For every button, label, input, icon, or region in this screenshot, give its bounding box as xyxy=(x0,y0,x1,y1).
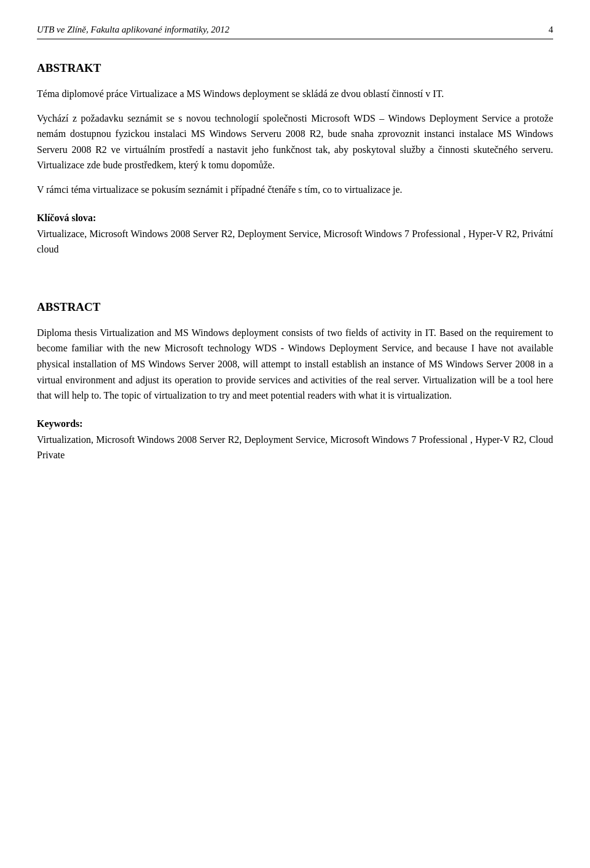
abstract-heading: ABSTRACT xyxy=(37,300,553,314)
header-title: UTB ve Zlíně, Fakulta aplikované informa… xyxy=(37,25,229,35)
abstrakt-paragraph-2: Vychází z požadavku seznámit se s novou … xyxy=(37,111,553,173)
page: UTB ve Zlíně, Fakulta aplikované informa… xyxy=(0,0,590,868)
abstract-section: ABSTRACT Diploma thesis Virtualization a… xyxy=(37,300,553,463)
abstract-keywords-label: Keywords: xyxy=(37,418,553,429)
header-page-number: 4 xyxy=(549,25,554,35)
abstrakt-keywords: Virtualizace, Microsoft Windows 2008 Ser… xyxy=(37,226,553,257)
abstract-keywords: Virtualization, Microsoft Windows 2008 S… xyxy=(37,432,553,463)
abstrakt-keywords-label: Klíčová slova: xyxy=(37,213,553,224)
abstract-paragraph-1: Diploma thesis Virtualization and MS Win… xyxy=(37,325,553,404)
abstrakt-section: ABSTRAKT Téma diplomové práce Virtualiza… xyxy=(37,61,553,257)
abstrakt-paragraph-3: V rámci téma virtualizace se pokusím sez… xyxy=(37,182,553,198)
abstrakt-paragraph-1: Téma diplomové práce Virtualizace a MS W… xyxy=(37,86,553,102)
abstrakt-heading: ABSTRAKT xyxy=(37,61,553,75)
page-header: UTB ve Zlíně, Fakulta aplikované informa… xyxy=(37,25,553,39)
section-spacer xyxy=(37,276,553,294)
